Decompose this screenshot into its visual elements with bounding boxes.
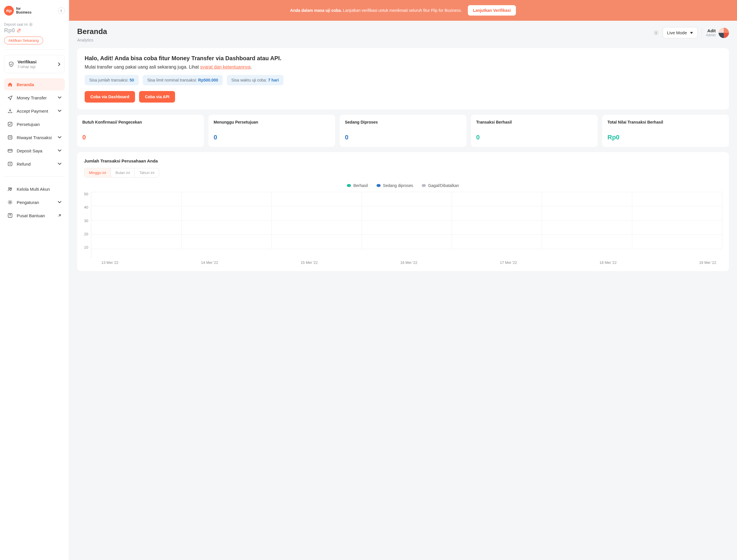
legend-failed: Gagal/Dibatalkan: [422, 183, 459, 188]
range-tab-week[interactable]: Minggu ini: [84, 168, 111, 177]
stat-card[interactable]: Total Nilai Transaksi BerhasilRp0: [602, 115, 729, 147]
continue-verification-button[interactable]: Lanjutkan Verifikasi: [468, 5, 516, 16]
sidebar-item-money-transfer[interactable]: Money Transfer: [4, 92, 65, 104]
external-link-icon[interactable]: [17, 29, 21, 33]
dot-icon: [347, 184, 351, 187]
stat-label: Transaksi Berhasil: [476, 120, 592, 131]
triangle-down-icon: [690, 31, 693, 34]
trial-transactions-pill: Sisa jumlah transaksi: 50: [85, 75, 139, 85]
gridline: [91, 249, 722, 249]
x-tick: 16 Mei '22: [400, 260, 417, 265]
refund-icon: [7, 161, 13, 167]
sidebar-item-label: Pengaturan: [17, 200, 39, 205]
sidebar-item-beranda[interactable]: Beranda: [4, 78, 65, 90]
gridline-vertical: [722, 192, 722, 249]
try-dashboard-button[interactable]: Coba via Dashboard: [85, 91, 135, 103]
stat-value: 0: [82, 134, 199, 141]
stat-value: 0: [345, 134, 461, 141]
sidebar-item-label: Kelola Multi Akun: [17, 187, 50, 192]
pill-value: 50: [130, 78, 134, 82]
trial-time-pill: Sisa waktu uji coba: 7 hari: [227, 75, 284, 85]
y-tick: 20: [84, 232, 88, 236]
logo-line2: Business: [16, 11, 31, 14]
sidebar-item-accept-payment[interactable]: Accept Payment: [4, 105, 65, 117]
stat-card[interactable]: Sedang Diproses0: [340, 115, 466, 147]
main-nav: Beranda Money Transfer Accept Payment: [4, 78, 65, 222]
chart-x-axis: 13 Mei '2214 Mei '2215 Mei '2216 Mei '22…: [96, 260, 722, 265]
x-tick: 19 Mei '22: [699, 260, 716, 265]
logo-text: for Business: [16, 7, 31, 14]
check-box-icon: [7, 122, 13, 127]
x-tick: 14 Mei '22: [201, 260, 218, 265]
page-title: Beranda: [77, 27, 107, 36]
stat-label: Sedang Diproses: [345, 120, 461, 131]
deposit-label: Deposit saat ini i: [4, 22, 65, 27]
range-tab-year[interactable]: Tahun ini: [135, 168, 159, 177]
sidebar-item-deposit[interactable]: Deposit Saya: [4, 145, 65, 157]
sidebar-item-label: Riwayat Transaksi: [17, 135, 52, 140]
chart-title: Jumlah Transaksi Perusahaan Anda: [84, 158, 722, 163]
banner-text: Anda dalam masa uji coba. Lanjutkan veri…: [290, 8, 462, 13]
verification-card[interactable]: Verifikasi 3 tahap lagi: [4, 55, 65, 73]
sidebar-item-riwayat[interactable]: Riwayat Transaksi: [4, 131, 65, 143]
svg-rect-1: [8, 136, 12, 139]
svg-rect-3: [8, 162, 12, 166]
sidebar-item-help[interactable]: Pusat Bantuan: [4, 209, 65, 222]
chart-grid: [91, 192, 722, 258]
stat-label: Menunggu Persetujuan: [214, 120, 330, 131]
mode-select[interactable]: Live Mode: [663, 27, 698, 38]
sidebar-item-pengaturan[interactable]: Pengaturan: [4, 196, 65, 208]
user-menu[interactable]: Adit Admin: [706, 28, 729, 38]
main: Anda dalam masa uji coba. Lanjutkan veri…: [69, 0, 737, 560]
user-role: Admin: [706, 33, 716, 37]
sidebar-item-label: Pusat Bantuan: [17, 213, 45, 218]
chart-y-axis: 5040302010: [84, 192, 91, 258]
divider: [4, 50, 65, 50]
sidebar-item-label: Persetujuan: [17, 122, 40, 127]
sidebar-item-persetujuan[interactable]: Persetujuan: [4, 118, 65, 130]
pill-label: Sisa limit nominal transaksi:: [147, 78, 198, 82]
sidebar-item-multi-akun[interactable]: Kelola Multi Akun: [4, 183, 65, 195]
page-subtitle: Analytics: [77, 38, 107, 42]
collapse-sidebar-button[interactable]: [58, 7, 65, 14]
chevron-down-icon: [58, 110, 61, 112]
mode-label: Live Mode: [667, 30, 687, 35]
external-arrow-icon: [58, 214, 61, 217]
gridline-vertical: [452, 192, 452, 249]
deposit-value: Rp0: [4, 27, 65, 34]
hello-subtitle: Mulai transfer uang pakai uang asli seka…: [85, 65, 721, 70]
sidebar-item-label: Accept Payment: [17, 109, 48, 113]
chevron-down-icon: [58, 97, 61, 99]
stat-label: Total Nilai Transaksi Berhasil: [607, 120, 724, 131]
deposit-label-text: Deposit saat ini: [4, 22, 28, 27]
legend-processing: Sedang diproses: [376, 183, 413, 188]
range-tab-month[interactable]: Bulan ini: [111, 168, 135, 177]
chevron-right-icon: [58, 62, 60, 66]
try-api-button[interactable]: Coba via API: [139, 91, 175, 103]
gear-icon: [7, 200, 13, 205]
stat-card[interactable]: Menunggu Persetujuan0: [209, 115, 335, 147]
activate-now-button[interactable]: Aktifkan Sekarang: [4, 37, 43, 44]
verification-subtitle: 3 tahap lagi: [18, 65, 37, 69]
gridline: [91, 234, 722, 235]
terms-link[interactable]: syarat dan ketentuannya: [200, 65, 251, 69]
sidebar: flip for Business Deposit saat ini i Rp0…: [0, 0, 69, 560]
shield-icon: [8, 61, 14, 67]
deposit-block: Deposit saat ini i Rp0 Aktifkan Sekarang: [4, 22, 65, 44]
verification-title: Verifikasi: [18, 59, 37, 64]
info-icon[interactable]: i: [653, 30, 659, 35]
sidebar-item-label: Deposit Saya: [17, 148, 42, 153]
stat-card[interactable]: Butuh Konfirmasi/ Pengecekan0: [77, 115, 204, 147]
legend-label: Gagal/Dibatalkan: [428, 183, 459, 188]
gridline-vertical: [272, 192, 272, 249]
stat-card[interactable]: Transaksi Berhasil0: [471, 115, 598, 147]
info-icon[interactable]: i: [29, 22, 33, 27]
logo-badge: flip: [4, 6, 14, 16]
chevron-down-icon: [58, 201, 61, 203]
pill-value: Rp500.000: [198, 78, 218, 82]
svg-point-6: [9, 201, 11, 203]
chevron-left-icon: [60, 9, 63, 12]
chart-legend: Berhasil Sedang diproses Gagal/Dibatalka…: [84, 183, 722, 188]
sidebar-item-refund[interactable]: Refund: [4, 158, 65, 170]
dot-icon: [422, 184, 426, 187]
